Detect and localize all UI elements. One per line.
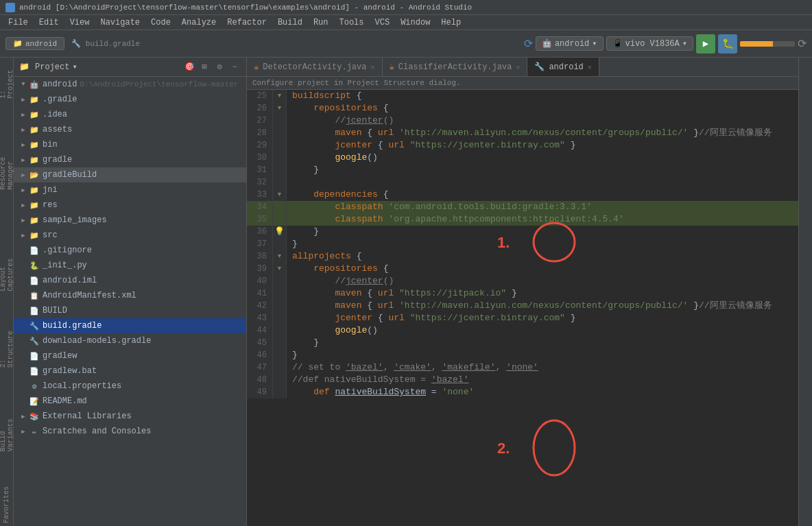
tree-item-init-py[interactable]: 🐍 _init_.py <box>14 258 246 273</box>
menu-edit[interactable]: Edit <box>34 15 64 29</box>
menu-help[interactable]: Help <box>435 15 466 29</box>
gutter <box>273 349 287 361</box>
menu-vcs[interactable]: VCS <box>370 15 396 29</box>
refresh-icon[interactable]: ⟳ <box>798 37 807 51</box>
tab-android[interactable]: 🔧 android ✕ <box>527 58 599 76</box>
menu-code[interactable]: Code <box>145 15 176 29</box>
code-editor[interactable]: 25 ▼ buildscript { 26 ▼ repositories { 2… <box>247 90 798 526</box>
debug-button[interactable]: 🐛 <box>718 34 737 53</box>
menu-run[interactable]: Run <box>308 15 334 29</box>
sidebar-settings-btn[interactable]: ⚙ <box>213 61 226 73</box>
line-num: 48 <box>247 374 273 386</box>
line-content: repositories { <box>287 263 798 275</box>
gradle-icon: 🔧 <box>29 335 40 346</box>
file-icon: 📄 <box>29 245 40 256</box>
run-button[interactable]: ▶ <box>696 34 715 53</box>
right-panel-strip <box>798 58 812 526</box>
arrow: ▶ <box>19 187 27 194</box>
strip-project[interactable]: 1: Project <box>0 60 16 101</box>
tree-root[interactable]: ▼ 🤖 android D:\AndroidProject\tensorflow… <box>14 77 246 92</box>
item-label: _init_.py <box>43 261 87 270</box>
gutter <box>273 115 287 127</box>
device-icon: 📱 <box>612 38 623 49</box>
tab-icon-java1: ☕ <box>254 62 259 72</box>
menu-file[interactable]: File <box>3 15 34 29</box>
tree-item-build-gradle[interactable]: 🔧 build.gradle <box>14 318 246 333</box>
line-content: //def nativeBuildSystem = 'bazel' <box>287 374 798 386</box>
code-line-25: 25 ▼ buildscript { <box>247 90 798 102</box>
tree-item-bin[interactable]: ▶ 📁 bin <box>14 137 246 152</box>
tree-item-gradlew[interactable]: 📄 gradlew <box>14 348 246 363</box>
tree-item-gradle-hidden[interactable]: ▶ 📁 .gradle <box>14 92 246 107</box>
tree-item-download-models[interactable]: 🔧 download-models.gradle <box>14 333 246 348</box>
tree-item-external-libs[interactable]: ▶ 📚 External Libraries <box>14 409 246 424</box>
tree-item-sample-images[interactable]: ▶ 📁 sample_images <box>14 213 246 228</box>
item-label: External Libraries <box>43 411 132 421</box>
android-config[interactable]: 🤖 android ▾ <box>536 36 604 51</box>
code-line-48: 48 //def nativeBuildSystem = 'bazel' <box>247 374 798 386</box>
build-gradle-tab[interactable]: 🔧 build.gradle <box>71 39 140 48</box>
strip-favorites[interactable]: Favorites <box>1 483 12 526</box>
code-line-29: 29 jcenter { url "https://jcenter.bintra… <box>247 139 798 152</box>
line-content: //jcenter() <box>287 275 798 287</box>
tree-item-local-properties[interactable]: ⚙ local.properties <box>14 379 246 394</box>
sidebar-expand-btn[interactable]: ⊞ <box>198 61 211 73</box>
tree-item-gradlew-bat[interactable]: 📄 gradlew.bat <box>14 363 246 379</box>
tree-item-gitignore[interactable]: 📄 .gitignore <box>14 243 246 258</box>
tab-close-1[interactable]: ✕ <box>370 63 374 71</box>
gutter <box>273 287 287 300</box>
strip-resource[interactable]: Resource Manager <box>0 130 16 193</box>
line-content: google() <box>287 152 798 164</box>
tree-item-src[interactable]: ▶ 📁 src <box>14 228 246 243</box>
tab-classifier-activity[interactable]: ☕ ClassifierActivity.java ✕ <box>383 58 528 76</box>
tree-item-jni[interactable]: ▶ 📁 jni <box>14 182 246 198</box>
tree-item-scratches[interactable]: ▶ ✏ Scratches and Consoles <box>14 424 246 439</box>
tab-close-2[interactable]: ✕ <box>516 63 520 71</box>
item-label: gradle <box>43 155 72 165</box>
sidebar-close-btn[interactable]: − <box>228 61 241 73</box>
tab-detector-activity[interactable]: ☕ DetectorActivity.java ✕ <box>247 58 383 76</box>
arrow: ▶ <box>19 217 27 224</box>
tree-item-res[interactable]: ▶ 📁 res <box>14 198 246 213</box>
gutter <box>273 300 287 312</box>
folder-icon: 📁 <box>29 139 40 150</box>
menu-window[interactable]: Window <box>395 15 435 29</box>
strip-build[interactable]: Build Variants <box>0 399 16 455</box>
strip-structure[interactable]: 2: Structure <box>0 322 16 370</box>
item-label: jni <box>43 185 58 195</box>
code-line-40: 40 //jcenter() <box>247 275 798 287</box>
tree-item-idea[interactable]: ▶ 📁 .idea <box>14 107 246 122</box>
file-icon: ⚙ <box>29 381 40 392</box>
device-selector[interactable]: 📱 vivo V1836A ▾ <box>606 36 693 51</box>
line-content: } <box>287 226 798 238</box>
sidebar-dropdown-arrow[interactable]: ▾ <box>72 62 77 72</box>
line-num: 32 <box>247 176 273 189</box>
tree-item-android-iml[interactable]: 📄 android.iml <box>14 273 246 288</box>
menu-analyze[interactable]: Analyze <box>176 15 222 29</box>
menu-refactor[interactable]: Refactor <box>222 15 272 29</box>
project-selector[interactable]: 📁 android <box>5 37 64 50</box>
tree-item-assets[interactable]: ▶ 📁 assets <box>14 122 246 137</box>
line-num: 39 <box>247 263 273 275</box>
menu-build[interactable]: Build <box>272 15 308 29</box>
sidebar-title-label: Project <box>35 62 69 72</box>
sync-icon[interactable]: ⟳ <box>524 37 533 51</box>
code-line-42: 42 maven { url 'http://maven.aliyun.com/… <box>247 300 798 312</box>
tree-item-gradlebuild[interactable]: ▶ 📂 gradleBuild <box>14 167 246 182</box>
tab-bar: ☕ DetectorActivity.java ✕ ☕ ClassifierAc… <box>247 58 798 77</box>
tree-item-gradle[interactable]: ▶ 📁 gradle <box>14 152 246 167</box>
tab-close-3[interactable]: ✕ <box>588 63 592 71</box>
window-title: android [D:\AndroidProject\tensorflow-ma… <box>19 3 472 12</box>
sidebar-locate-btn[interactable]: 🎯 <box>183 61 195 73</box>
root-icon: 🤖 <box>29 79 40 90</box>
menu-tools[interactable]: Tools <box>334 15 370 29</box>
gutter <box>273 139 287 152</box>
menu-view[interactable]: View <box>64 15 95 29</box>
tree-item-manifest[interactable]: 📋 AndroidManifest.xml <box>14 288 246 303</box>
strip-layout[interactable]: Layout Captures <box>0 235 16 294</box>
tree-item-build[interactable]: 📄 BUILD <box>14 303 246 318</box>
item-label: BUILD <box>43 306 67 315</box>
menu-navigate[interactable]: Navigate <box>95 15 145 29</box>
gutter <box>273 324 287 337</box>
tree-item-readme[interactable]: 📝 README.md <box>14 394 246 409</box>
